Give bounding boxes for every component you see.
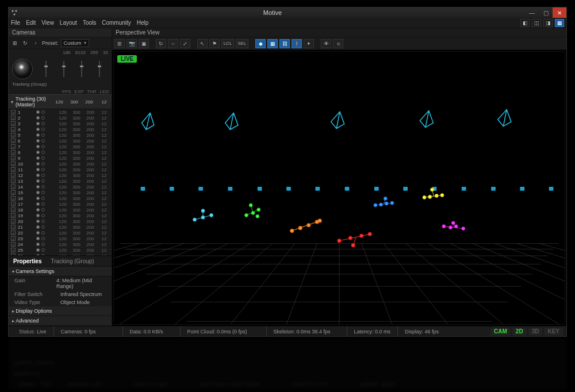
maximize-button[interactable]: ▢: [539, 7, 553, 18]
check-icon[interactable]: ✓: [11, 236, 16, 241]
fps-slider[interactable]: [45, 61, 47, 77]
menu-community[interactable]: Community: [102, 20, 131, 26]
check-icon[interactable]: ✓: [11, 150, 16, 155]
check-icon[interactable]: ✓: [11, 230, 16, 235]
tracking-group-header[interactable]: Tracking (30) (Master) 120 300 200 12: [9, 94, 112, 109]
check-icon[interactable]: ✓: [11, 185, 16, 189]
camera-row[interactable]: ✓ 7 12030020012: [9, 144, 112, 149]
panel-toggle-icon-1[interactable]: ◧: [520, 19, 530, 27]
led-slider[interactable]: [99, 61, 100, 77]
camera-row[interactable]: ✓ 24 12030020012: [9, 241, 112, 247]
snapshot-icon[interactable]: ▣: [139, 39, 149, 48]
menu-layout[interactable]: Layout: [60, 20, 77, 26]
visibility-icon[interactable]: 👁: [321, 39, 331, 48]
panel-toggle-icon-2[interactable]: ◫: [532, 19, 541, 27]
menu-file[interactable]: File: [11, 20, 20, 26]
rigidbody-icon[interactable]: ▦: [267, 39, 278, 48]
check-icon[interactable]: ✓: [11, 127, 16, 132]
check-icon[interactable]: ✓: [11, 213, 16, 218]
camera-row[interactable]: ✓ 22 12030020012: [9, 230, 112, 236]
camera-row[interactable]: ✓ 20 12030020012: [9, 218, 112, 224]
camera-row[interactable]: ✓ 25 12030020012: [9, 247, 112, 253]
check-icon[interactable]: ✓: [11, 139, 16, 143]
grid-icon[interactable]: ⊞: [11, 39, 19, 47]
camera-row[interactable]: ✓ 2 12030020012: [9, 115, 112, 121]
camera-icon[interactable]: 📷: [126, 39, 137, 48]
minimize-button[interactable]: —: [525, 7, 539, 18]
select-mode-button[interactable]: SEL: [236, 39, 248, 48]
refresh-icon-2[interactable]: ↻: [156, 39, 166, 48]
camera-row[interactable]: ✓ 21 12030020012: [9, 224, 112, 230]
chevron-right-icon[interactable]: ›: [32, 39, 40, 47]
check-icon[interactable]: ✓: [11, 248, 16, 252]
section-display-options[interactable]: Display Options: [9, 306, 112, 316]
camera-row[interactable]: ✓ 9 12030020012: [9, 155, 112, 161]
menu-tools[interactable]: Tools: [83, 20, 96, 26]
check-icon[interactable]: ✓: [11, 219, 16, 224]
flag-icon[interactable]: ⚑: [209, 39, 220, 48]
camera-row[interactable]: ✓ 19 12030020012: [9, 213, 112, 218]
tab-tracking-group[interactable]: Tracking (Group): [46, 256, 98, 266]
check-icon[interactable]: ✓: [11, 173, 16, 178]
camera-row[interactable]: ✓ 16 12030020012: [9, 195, 112, 201]
camera-row[interactable]: ✓ 5 12030020012: [9, 132, 112, 138]
preset-dropdown[interactable]: Custom: [61, 39, 89, 47]
camera-row[interactable]: ✓ 3 12030020012: [9, 121, 112, 126]
mode-key[interactable]: KEY: [544, 328, 563, 336]
mode-3d[interactable]: 3D: [528, 328, 543, 336]
check-icon[interactable]: ✓: [11, 121, 16, 126]
check-icon[interactable]: ✓: [11, 133, 16, 137]
camera-list[interactable]: ✓ 1 12030020012✓ 2 12030020012✓ 3 120300…: [9, 109, 112, 256]
mode-2d[interactable]: 2D: [512, 328, 527, 336]
camera-row[interactable]: ✓ 10 12030020012: [9, 161, 112, 167]
check-icon[interactable]: ✓: [11, 116, 16, 120]
camera-row[interactable]: ✓ 11 12030020012: [9, 167, 112, 172]
check-icon[interactable]: ✓: [11, 190, 16, 195]
menu-help[interactable]: Help: [137, 20, 149, 26]
panel-toggle-icon-3[interactable]: ◨: [543, 19, 553, 27]
close-button[interactable]: ✕: [553, 7, 566, 18]
check-icon[interactable]: ✓: [11, 242, 16, 247]
local-mode-button[interactable]: LCL: [221, 39, 234, 48]
camera-row[interactable]: ✓ 4 12030020012: [9, 126, 112, 132]
section-advanced[interactable]: Advanced: [9, 316, 112, 326]
tab-properties[interactable]: Properties: [9, 256, 46, 266]
wand-icon[interactable]: ✦: [304, 39, 314, 48]
link-icon[interactable]: ⎋: [333, 39, 343, 48]
menu-edit[interactable]: Edit: [26, 20, 36, 26]
camera-row[interactable]: ✓ 14 12030020012: [9, 184, 112, 190]
view-grid-icon[interactable]: ⊞: [114, 39, 125, 48]
check-icon[interactable]: ✓: [11, 144, 16, 149]
check-icon[interactable]: ✓: [11, 207, 16, 212]
property-row[interactable]: Filter SwitchInfrared Spectrum: [9, 290, 112, 298]
check-icon[interactable]: ✓: [11, 167, 16, 172]
camera-row[interactable]: ✓ 15 12030020012: [9, 190, 112, 195]
check-icon[interactable]: ✓: [11, 156, 16, 160]
expand-icon[interactable]: ↔: [168, 39, 178, 48]
property-row[interactable]: Gain4: Medium (Mid Range): [9, 276, 112, 290]
camera-row[interactable]: ✓ 1 12030020012: [9, 109, 112, 115]
section-camera-settings[interactable]: Camera Settings: [9, 267, 112, 276]
check-icon[interactable]: ✓: [11, 162, 16, 166]
exp-slider[interactable]: [63, 61, 64, 77]
check-icon[interactable]: ✓: [11, 110, 16, 114]
panel-toggle-icon-4[interactable]: ▦: [555, 19, 564, 27]
refresh-icon[interactable]: ↻: [21, 39, 29, 47]
check-icon[interactable]: ✓: [11, 179, 16, 183]
camera-row[interactable]: ✓ 23 12030020012: [9, 236, 112, 241]
menu-view[interactable]: View: [41, 20, 54, 26]
camera-row[interactable]: ✓ 6 12030020012: [9, 138, 112, 144]
camera-row[interactable]: ✓ 18 12030020012: [9, 207, 112, 213]
skeleton-icon[interactable]: ⛓: [279, 39, 290, 48]
property-row[interactable]: Video TypeObject Mode: [9, 298, 112, 306]
thr-slider[interactable]: [81, 61, 82, 77]
viewport-3d[interactable]: LIVE: [113, 51, 565, 325]
camera-row[interactable]: ✓ 13 12030020012: [9, 178, 112, 184]
camera-row[interactable]: ✓ 12 12030020012: [9, 172, 112, 178]
fit-icon[interactable]: ⤢: [180, 39, 190, 48]
camera-row[interactable]: ✓ 8 12030020012: [9, 149, 112, 155]
person-icon[interactable]: 🚶: [292, 39, 302, 48]
check-icon[interactable]: ✓: [11, 202, 16, 206]
cursor-icon[interactable]: ↖: [197, 39, 208, 48]
check-icon[interactable]: ✓: [11, 196, 16, 201]
